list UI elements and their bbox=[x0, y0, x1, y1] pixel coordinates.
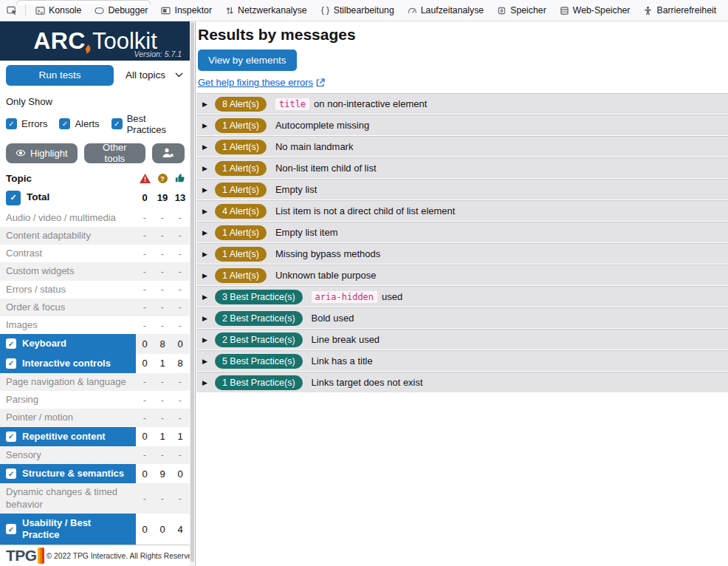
message-row[interactable]: ▶ 1 Alert(s) Missing bypass methods bbox=[196, 243, 728, 265]
devtools-tab[interactable]: Debugger bbox=[88, 0, 154, 21]
message-text: List item is not a direct child of list … bbox=[275, 205, 456, 216]
expand-arrow-icon[interactable]: ▶ bbox=[202, 336, 207, 344]
message-row[interactable]: ▶ 1 Alert(s) Empty list bbox=[196, 179, 728, 200]
best-practices-count: 8 bbox=[171, 358, 189, 369]
message-row[interactable]: ▶ 1 Best Practice(s) Links target does n… bbox=[196, 372, 728, 393]
devtools-tab[interactable]: Netzwerkanalyse bbox=[219, 0, 314, 21]
topic-checkbox-icon[interactable] bbox=[6, 468, 16, 479]
topic-row[interactable]: Pointer / motion - - - bbox=[0, 409, 190, 426]
topic-row[interactable]: Contrast - - - bbox=[0, 245, 190, 262]
other-tools-button[interactable]: Other tools bbox=[84, 143, 145, 163]
message-text: No main landmark bbox=[275, 141, 354, 152]
run-tests-button[interactable]: Run tests bbox=[6, 65, 114, 86]
checkbox-checked-icon[interactable] bbox=[6, 118, 17, 129]
devtools-tab[interactable]: Inspektor bbox=[154, 0, 219, 21]
topic-row[interactable]: Page navigation & language - - - bbox=[0, 373, 190, 391]
topic-row[interactable]: Audio / video / multimedia - - - bbox=[0, 209, 190, 227]
topic-row[interactable]: Images - - - bbox=[0, 316, 190, 334]
devtools-tab[interactable]: Anwendung bbox=[723, 0, 728, 21]
message-row[interactable]: ▶ 1 Alert(s) Non-list item child of list bbox=[196, 157, 728, 179]
alerts-count: 9 bbox=[154, 468, 171, 480]
view-by-elements-button[interactable]: View by elements bbox=[198, 50, 297, 71]
topic-label: Custom widgets bbox=[6, 265, 74, 277]
get-help-link[interactable]: Get help fixing these errors bbox=[198, 77, 325, 88]
message-row[interactable]: ▶ 5 Best Practice(s) Link has a title bbox=[196, 350, 728, 372]
topic-label: Sensory bbox=[6, 449, 41, 461]
topic-row[interactable]: Usability / Best Practice 0 0 4 bbox=[0, 514, 190, 545]
topic-row[interactable]: Dynamic changes & timed behavior - - - bbox=[0, 483, 190, 514]
best-practices-count: - bbox=[171, 212, 189, 223]
topic-checkbox-icon[interactable] bbox=[6, 191, 21, 205]
topics-dropdown[interactable]: All topics bbox=[117, 69, 189, 81]
topic-row[interactable]: Order & focus - - - bbox=[0, 299, 190, 316]
topic-row[interactable]: Parsing - - - bbox=[0, 391, 190, 409]
message-row[interactable]: ▶ 2 Best Practice(s) Bold used bbox=[196, 307, 728, 329]
errors-count: - bbox=[136, 248, 154, 259]
expand-arrow-icon[interactable]: ▶ bbox=[202, 229, 207, 236]
topic-checkbox-icon[interactable] bbox=[6, 524, 16, 534]
errors-count: - bbox=[136, 230, 154, 241]
filter-checkbox-item[interactable]: Alerts bbox=[59, 118, 99, 129]
expand-arrow-icon[interactable]: ▶ bbox=[202, 379, 207, 386]
thumbs-up-icon bbox=[171, 173, 189, 183]
checkbox-checked-icon[interactable] bbox=[59, 118, 70, 129]
topic-row[interactable]: Content adaptability - - - bbox=[0, 227, 190, 245]
devtools-tab[interactable]: Laufzeitanalyse bbox=[401, 0, 490, 21]
expand-arrow-icon[interactable]: ▶ bbox=[202, 293, 207, 301]
devtools-tab-label: Laufzeitanalyse bbox=[421, 5, 484, 16]
devtools-tab[interactable]: Konsole bbox=[29, 0, 88, 21]
message-row[interactable]: ▶ 2 Best Practice(s) Line break used bbox=[196, 329, 728, 350]
expand-arrow-icon[interactable]: ▶ bbox=[202, 358, 207, 365]
topic-checkbox-icon[interactable] bbox=[6, 358, 16, 369]
message-row[interactable]: ▶ 8 Alert(s) title on non-interactive el… bbox=[196, 93, 728, 115]
message-row[interactable]: ▶ 1 Alert(s) Autocomplete missing bbox=[196, 115, 728, 136]
message-row[interactable]: ▶ 1 Alert(s) Unknown table purpose bbox=[196, 265, 728, 286]
best-practices-count: - bbox=[171, 412, 189, 423]
topic-table-header: Topic bbox=[0, 169, 190, 187]
topic-row[interactable]: Repetitive content 0 1 1 bbox=[0, 427, 190, 446]
message-text: Empty list bbox=[275, 184, 317, 195]
filter-checkbox-item[interactable]: Errors bbox=[6, 118, 47, 129]
scrollbar-thumb[interactable] bbox=[190, 22, 194, 562]
user-settings-button[interactable] bbox=[152, 143, 185, 163]
message-row[interactable]: ▶ 4 Alert(s) List item is not a direct c… bbox=[196, 200, 728, 222]
highlight-button[interactable]: Highlight bbox=[6, 143, 78, 163]
best-practices-count: - bbox=[171, 320, 189, 331]
topics-dropdown-value: All topics bbox=[126, 69, 165, 81]
expand-arrow-icon[interactable]: ▶ bbox=[202, 208, 207, 215]
filter-checkbox-item[interactable]: Best Practices bbox=[111, 113, 185, 135]
topic-row[interactable]: Keyboard 0 8 0 bbox=[0, 334, 190, 353]
best-practices-count: - bbox=[171, 248, 189, 259]
accessibility-icon bbox=[643, 6, 653, 16]
topic-row[interactable]: Sensory - - - bbox=[0, 446, 190, 464]
expand-arrow-icon[interactable]: ▶ bbox=[202, 100, 207, 108]
alerts-count: 8 bbox=[154, 338, 171, 350]
expand-arrow-icon[interactable]: ▶ bbox=[202, 186, 207, 194]
topic-checkbox-icon[interactable] bbox=[6, 338, 16, 349]
devtools-tab[interactable]: Web-Speicher bbox=[553, 0, 637, 21]
sidebar-scrollbar[interactable] bbox=[190, 21, 194, 566]
topic-row[interactable]: Errors / status - - - bbox=[0, 281, 190, 299]
devtools-tab[interactable]: Speicher bbox=[490, 0, 553, 21]
message-row[interactable]: ▶ 3 Best Practice(s) aria-hidden used bbox=[196, 286, 728, 307]
devtools-tab[interactable]: Barrierefreiheit bbox=[636, 0, 723, 21]
tool-buttons-row: Highlight Other tools bbox=[0, 143, 190, 163]
topic-row[interactable]: Total 0 19 13 bbox=[0, 187, 190, 209]
devtools-tab[interactable]: Stilbearbeitung bbox=[314, 0, 401, 21]
topic-label: Audio / video / multimedia bbox=[6, 212, 116, 224]
expand-arrow-icon[interactable]: ▶ bbox=[202, 165, 207, 172]
expand-arrow-icon[interactable]: ▶ bbox=[202, 122, 207, 129]
expand-arrow-icon[interactable]: ▶ bbox=[202, 143, 207, 151]
expand-arrow-icon[interactable]: ▶ bbox=[202, 250, 207, 258]
message-row[interactable]: ▶ 1 Alert(s) Empty list item bbox=[196, 222, 728, 243]
expand-arrow-icon[interactable]: ▶ bbox=[202, 272, 207, 279]
message-row[interactable]: ▶ 1 Alert(s) No main landmark bbox=[196, 136, 728, 157]
devtools-tab-label: Debugger bbox=[108, 5, 148, 16]
expand-arrow-icon[interactable]: ▶ bbox=[202, 315, 207, 322]
topic-row[interactable]: Custom widgets - - - bbox=[0, 262, 190, 280]
checkbox-checked-icon[interactable] bbox=[111, 118, 123, 129]
count-badge: 3 Best Practice(s) bbox=[215, 290, 303, 304]
topic-row[interactable]: Structure & semantics 0 9 0 bbox=[0, 464, 190, 483]
topic-row[interactable]: Interactive controls 0 1 8 bbox=[0, 354, 190, 373]
topic-checkbox-icon[interactable] bbox=[6, 432, 16, 442]
